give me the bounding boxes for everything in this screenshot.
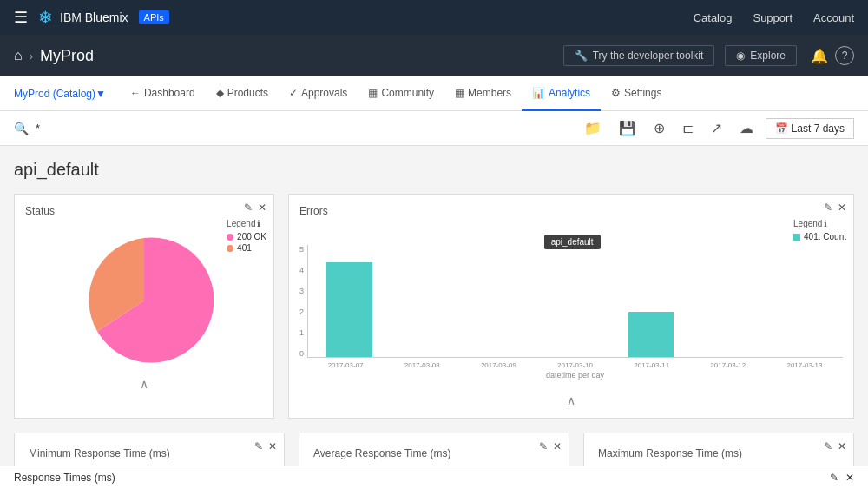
explore-button[interactable]: ◉ Explore bbox=[725, 45, 797, 66]
legend-title: Legend ℹ bbox=[227, 219, 266, 228]
tab-dashboard[interactable]: ← Dashboard bbox=[120, 76, 206, 111]
link-icon-btn[interactable]: ↗ bbox=[706, 118, 727, 138]
tab-analytics[interactable]: 📊 Analytics bbox=[522, 76, 601, 111]
toolkit-icon: 🔧 bbox=[575, 50, 588, 62]
bottom-edit-icon[interactable]: ✎ bbox=[830, 472, 838, 484]
errors-widget-collapse[interactable]: ∧ bbox=[299, 393, 843, 407]
avg-response-controls: ✎ ✕ bbox=[539, 440, 562, 453]
status-widget: Status ✎ ✕ Legend ℹ 200 OK 401 bbox=[14, 194, 274, 419]
close-icon-max[interactable]: ✕ bbox=[838, 440, 846, 453]
bar-2017-03-09 bbox=[463, 245, 538, 357]
second-nav: ⌂ › MyProd 🔧 Try the developer toolkit ◉… bbox=[0, 35, 868, 76]
hamburger-icon[interactable]: ☰ bbox=[14, 8, 28, 27]
bar-value-1 bbox=[326, 262, 372, 357]
tab-members-label: Members bbox=[468, 87, 511, 99]
max-response-title: Maximum Response Time (ms) bbox=[598, 447, 839, 459]
add-icon-btn[interactable]: ⊕ bbox=[648, 118, 670, 138]
catalog-link[interactable]: Catalog bbox=[694, 11, 733, 24]
support-link[interactable]: Support bbox=[753, 11, 792, 24]
tab-products-label: Products bbox=[227, 87, 268, 99]
tab-nav: MyProd (Catalog)▼ ← Dashboard ◆ Products… bbox=[0, 76, 868, 111]
tab-products[interactable]: ◆ Products bbox=[206, 76, 279, 111]
tab-community-label: Community bbox=[381, 87, 434, 99]
share-icon-btn[interactable]: ⊏ bbox=[677, 118, 699, 138]
apis-badge: APIs bbox=[139, 10, 169, 24]
x-axis: 2017-03-07 2017-03-08 2017-03-09 2017-03… bbox=[307, 361, 843, 369]
close-icon[interactable]: ✕ bbox=[838, 202, 846, 214]
bar-2017-03-08 bbox=[387, 245, 463, 357]
explore-icon: ◉ bbox=[736, 50, 745, 62]
tab-community[interactable]: ▦ Community bbox=[358, 76, 444, 111]
legend-info-icon2: ℹ bbox=[824, 219, 827, 228]
min-response-controls: ✎ ✕ bbox=[254, 440, 277, 453]
errors-widget-title: Errors bbox=[299, 205, 843, 217]
dashboard-icon: ← bbox=[130, 87, 141, 99]
folder-icon-btn[interactable]: 📁 bbox=[579, 118, 607, 138]
members-icon: ▦ bbox=[455, 87, 464, 99]
bottom-label: Response Times (ms) bbox=[14, 472, 115, 484]
tab-settings-label: Settings bbox=[624, 87, 661, 99]
errors-widget-controls: ✎ ✕ bbox=[824, 202, 846, 214]
x-axis-label: datetime per day bbox=[307, 371, 843, 380]
breadcrumb-chevron-icon[interactable]: › bbox=[30, 50, 33, 63]
tab-members[interactable]: ▦ Members bbox=[444, 76, 522, 111]
home-icon[interactable]: ⌂ bbox=[14, 48, 23, 63]
section-title: api_default bbox=[14, 160, 854, 180]
explore-label: Explore bbox=[750, 50, 786, 62]
save-icon-btn[interactable]: 💾 bbox=[614, 118, 641, 138]
status-widget-collapse[interactable]: ∧ bbox=[25, 377, 263, 391]
legend-info-icon: ℹ bbox=[257, 219, 260, 228]
tab-dashboard-label: Dashboard bbox=[144, 87, 195, 99]
y-axis: 5 4 3 2 1 0 bbox=[299, 245, 304, 358]
edit-icon[interactable]: ✎ bbox=[824, 202, 832, 214]
legend-dot-401 bbox=[227, 245, 233, 252]
edit-icon-max[interactable]: ✎ bbox=[824, 440, 832, 453]
close-icon-min[interactable]: ✕ bbox=[268, 440, 277, 453]
bottom-close-icon[interactable]: ✕ bbox=[845, 472, 854, 484]
tab-analytics-label: Analytics bbox=[549, 87, 590, 99]
bar-chart-container: api_default 5 4 3 2 1 0 bbox=[299, 238, 843, 387]
edit-icon-avg[interactable]: ✎ bbox=[539, 440, 548, 453]
close-icon[interactable]: ✕ bbox=[258, 202, 266, 214]
help-icon[interactable]: ? bbox=[835, 46, 854, 65]
main-content: api_default Status ✎ ✕ Legend ℹ 200 OK 4… bbox=[0, 146, 868, 489]
account-link[interactable]: Account bbox=[813, 11, 854, 24]
logo-icon: ❄ bbox=[38, 7, 53, 28]
logo: ❄ IBM Bluemix APIs bbox=[38, 7, 169, 28]
toolkit-label: Try the developer toolkit bbox=[593, 50, 704, 62]
bar-2017-03-12 bbox=[688, 245, 764, 357]
bar-2017-03-11 bbox=[613, 245, 688, 357]
edit-icon[interactable]: ✎ bbox=[244, 202, 253, 214]
analytics-icon: 📊 bbox=[532, 87, 545, 99]
tab-approvals-label: Approvals bbox=[301, 87, 347, 99]
breadcrumb[interactable]: MyProd (Catalog)▼ bbox=[14, 88, 106, 100]
bar-value-5 bbox=[628, 312, 674, 357]
calendar-icon: 📅 bbox=[775, 122, 788, 135]
toolbar: 🔍 📁 💾 ⊕ ⊏ ↗ ☁ 📅 Last 7 days bbox=[0, 111, 868, 146]
edit-icon-min[interactable]: ✎ bbox=[254, 440, 263, 453]
product-title: MyProd bbox=[40, 47, 94, 65]
status-legend: Legend ℹ 200 OK 401 bbox=[227, 219, 266, 254]
toolkit-button[interactable]: 🔧 Try the developer toolkit bbox=[563, 45, 715, 66]
legend-label-401: 401 bbox=[237, 243, 252, 253]
avg-response-title: Average Response Time (ms) bbox=[313, 447, 555, 459]
bar-2017-03-13 bbox=[764, 245, 839, 357]
products-icon: ◆ bbox=[216, 87, 224, 99]
nav-links: Catalog Support Account bbox=[694, 11, 854, 24]
date-range-button[interactable]: 📅 Last 7 days bbox=[766, 118, 854, 139]
tab-approvals[interactable]: ✓ Approvals bbox=[279, 76, 358, 111]
search-input[interactable] bbox=[36, 122, 105, 135]
cloud-icon-btn[interactable]: ☁ bbox=[734, 118, 759, 138]
status-widget-title: Status bbox=[25, 205, 263, 217]
bar-2017-03-10 bbox=[538, 245, 614, 357]
tab-settings[interactable]: ⚙ Settings bbox=[601, 76, 672, 111]
legend-dot-200ok bbox=[227, 234, 233, 241]
top-widgets-row: Status ✎ ✕ Legend ℹ 200 OK 401 bbox=[14, 194, 854, 419]
bar-2017-03-07 bbox=[312, 245, 387, 357]
errors-legend-title: Legend ℹ bbox=[793, 219, 846, 228]
min-response-title: Minimum Response Time (ms) bbox=[29, 447, 270, 459]
close-icon-avg[interactable]: ✕ bbox=[553, 440, 562, 453]
approvals-icon: ✓ bbox=[289, 87, 298, 99]
community-icon: ▦ bbox=[368, 87, 378, 99]
notification-icon[interactable]: 🔔 bbox=[811, 48, 828, 64]
